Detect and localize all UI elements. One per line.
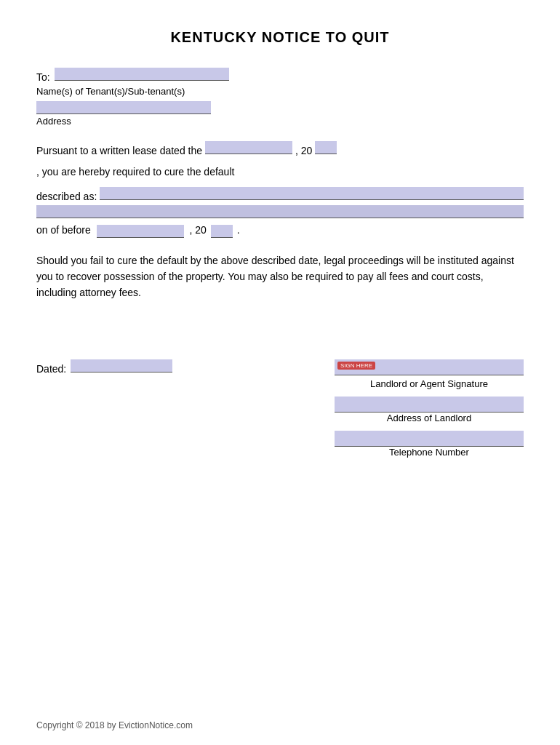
pursuant-line: Pursuant to a written lease dated the , …: [36, 141, 524, 181]
document-page: KENTUCKY NOTICE TO QUIT To: Name(s) of T…: [0, 0, 560, 745]
document-title: KENTUCKY NOTICE TO QUIT: [36, 29, 524, 46]
description-area: [100, 187, 524, 200]
on-before-date-field[interactable]: [97, 225, 184, 238]
address-label: Address: [36, 116, 524, 127]
copyright: Copyright © 2018 by EvictionNotice.com: [36, 720, 193, 730]
lease-date-field[interactable]: [205, 141, 292, 154]
on-before-20: , 20: [190, 224, 207, 236]
telephone-field[interactable]: [335, 431, 524, 447]
to-label: To:: [36, 71, 50, 83]
signature-field-wrap: SIGN HERE: [335, 359, 524, 375]
tenant-names-label: Name(s) of Tenant(s)/Sub-tenant(s): [36, 86, 524, 97]
dated-col: Dated:: [36, 359, 172, 378]
landlord-signature-label: Landlord or Agent Signature: [370, 378, 488, 389]
dated-field[interactable]: [71, 359, 172, 372]
lease-year-field[interactable]: [315, 141, 337, 154]
address-field[interactable]: [36, 101, 211, 114]
fail-paragraph: Should you fail to cure the default by t…: [36, 252, 524, 301]
signature-field[interactable]: SIGN HERE: [335, 359, 524, 375]
on-before-year-field[interactable]: [211, 225, 233, 238]
period: .: [237, 224, 240, 236]
pursuant-text-3: , you are hereby required to cure the de…: [36, 163, 234, 181]
tenant-name-field[interactable]: [55, 68, 229, 81]
pursuant-text-1: Pursuant to a written lease dated the: [36, 142, 202, 160]
address-landlord-label: Address of Landlord: [387, 413, 471, 423]
pursuant-section: Pursuant to a written lease dated the , …: [36, 141, 524, 238]
description-field-1[interactable]: [100, 187, 524, 200]
to-row: To:: [36, 68, 524, 83]
described-text: described as:: [36, 191, 97, 202]
landlord-address-field[interactable]: [335, 397, 524, 413]
on-before-text: on of before: [36, 224, 91, 236]
sign-here-stamp: SIGN HERE: [337, 362, 375, 370]
dated-label: Dated:: [36, 363, 66, 375]
pursuant-text-2: , 20: [295, 142, 312, 160]
fail-section: Should you fail to cure the default by t…: [36, 252, 524, 301]
description-field-2[interactable]: [36, 205, 524, 218]
described-line: described as:: [36, 184, 524, 202]
on-before-row: on of before , 20 .: [36, 224, 524, 237]
signature-col: SIGN HERE Landlord or Agent Signature Ad…: [335, 359, 524, 458]
to-section: To: Name(s) of Tenant(s)/Sub-tenant(s) A…: [36, 68, 524, 127]
bottom-section: Dated: SIGN HERE Landlord or Agent Signa…: [36, 359, 524, 458]
telephone-label: Telephone Number: [389, 447, 469, 458]
